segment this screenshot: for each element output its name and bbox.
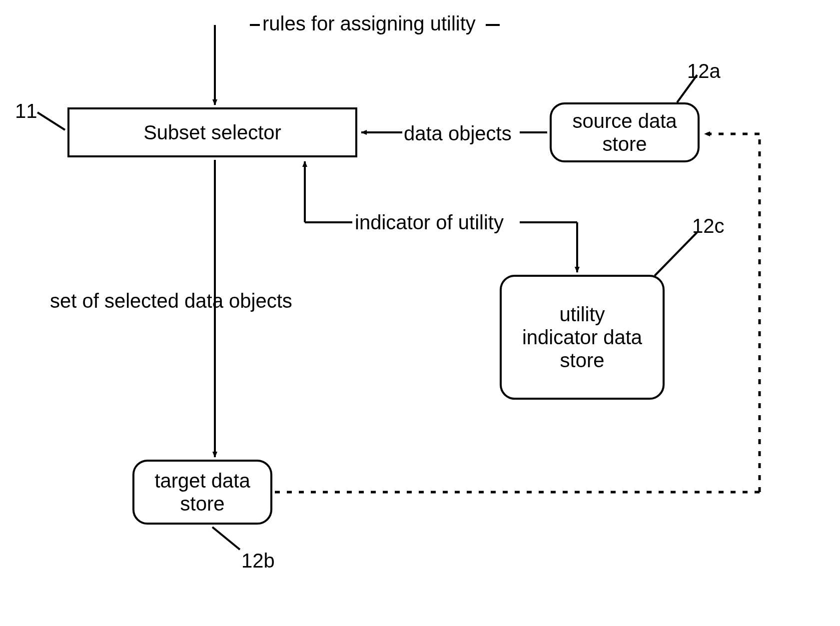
subset-selector-text: Subset selector (143, 121, 281, 144)
svg-line-7 (212, 527, 240, 550)
ref-11: 11 (15, 100, 37, 122)
subset-selector-box: Subset selector (67, 107, 357, 157)
source-data-store-text: source data store (572, 109, 677, 155)
utility-indicator-box: utility indicator data store (500, 275, 665, 400)
ref-12a: 12a (687, 60, 721, 82)
ref-12c: 12c (692, 215, 725, 237)
source-data-store-box: source data store (550, 102, 700, 162)
connectors-svg (0, 0, 840, 626)
svg-line-6 (655, 232, 697, 276)
set-selected-label: set of selected data objects (50, 290, 292, 312)
indicator-of-utility-label: indicator of utility (355, 211, 504, 234)
diagram-canvas: Subset selector source data store utilit… (0, 0, 840, 626)
target-data-store-box: target data store (132, 460, 272, 525)
target-data-store-text: target data store (154, 469, 250, 515)
ref-12b: 12b (241, 550, 275, 572)
data-objects-label: data objects (404, 122, 512, 145)
svg-line-4 (37, 112, 65, 130)
rules-assigning-label: rules for assigning utility (262, 12, 476, 35)
utility-indicator-text: utility indicator data store (522, 303, 642, 372)
